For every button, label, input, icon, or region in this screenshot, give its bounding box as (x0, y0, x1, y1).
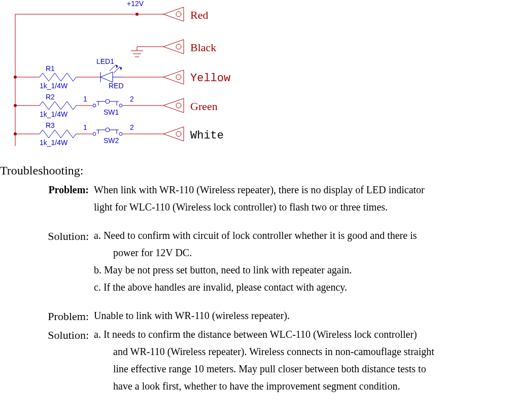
problem-label-2: Problem: (0, 307, 94, 325)
svg-point-18 (176, 103, 181, 108)
pad-yellow (163, 70, 184, 84)
pad-black (163, 40, 184, 54)
svg-point-20 (93, 132, 96, 135)
solution-1-a-1: a. Need to confirm with circuit of lock … (94, 227, 515, 243)
sw1-icon (93, 99, 122, 107)
problem-1-line-b: light for WLC-110 (Wireless lock control… (94, 199, 515, 215)
problem-body-1: When link with WR-110 (Wireless repeater… (94, 182, 515, 216)
sw1-pin1: 1 (83, 95, 87, 103)
solution-1-row: Solution: a. Need to confirm with circui… (0, 227, 515, 296)
ground-symbol (131, 51, 143, 57)
wire-label-red: Red (190, 9, 208, 21)
wire-black (137, 47, 163, 51)
solution-label-1: Solution: (0, 227, 94, 245)
svg-point-17 (106, 99, 110, 103)
led1-ref: LED1 (96, 57, 114, 65)
problem-1-line-a: When link with WR-110 (Wireless repeater… (94, 182, 515, 198)
voltage-label: +12V (127, 0, 144, 8)
svg-point-12 (93, 104, 96, 107)
problem-body-2: Unable to link with WR-110 (wireless rep… (94, 307, 515, 325)
r3-ref: R3 (46, 121, 55, 129)
svg-point-10 (176, 75, 181, 80)
branch-green: R2 1k_1/4W 1 SW1 2 (14, 93, 184, 118)
sw2-pin1: 1 (83, 123, 87, 131)
svg-point-13 (119, 104, 122, 107)
svg-point-21 (119, 132, 122, 135)
r2-val: 1k_1/4W (40, 110, 68, 118)
solution-1-c: c. If the above handles are invalid, ple… (94, 279, 515, 295)
led1-icon (100, 65, 122, 82)
pad-white (163, 127, 184, 141)
sw2-icon (93, 128, 122, 135)
sw2-ref: SW2 (104, 136, 119, 145)
svg-point-11 (14, 104, 17, 107)
branch-yellow: R1 1k_1/4W LED1 RED (14, 57, 184, 90)
r1-ref: R1 (46, 64, 55, 73)
led1-color: RED (109, 82, 124, 90)
solution-1-b: b. May be not press set button, need to … (94, 262, 515, 278)
svg-point-5 (14, 76, 17, 79)
svg-line-8 (110, 65, 116, 71)
problem-label-1: Problem: (0, 182, 94, 198)
pad-green (163, 98, 184, 113)
solution-2-a-2: and WR-110 (Wireless repeater). Wireless… (94, 343, 515, 360)
sw2-pin2: 2 (130, 123, 134, 131)
solution-2-row: Solution: a. It needs to confirm the dis… (0, 326, 515, 395)
problem-2-line: Unable to link with WR-110 (wireless rep… (94, 307, 515, 324)
section-heading: Troubleshooting: (0, 164, 515, 178)
branch-white: R3 1k_1/4W 1 SW2 2 (14, 121, 184, 147)
circuit-diagram: +12V Red Black R1 (5, 0, 515, 160)
svg-point-0 (176, 12, 181, 17)
svg-point-25 (106, 128, 110, 132)
r3-val: 1k_1/4W (40, 138, 68, 147)
svg-point-26 (176, 131, 181, 136)
solution-2-a-1: a. It needs to confirm the distance betw… (94, 326, 515, 342)
svg-point-4 (176, 44, 181, 49)
solution-2-a-3: line effective range 10 meters. May pull… (94, 361, 515, 377)
problem-1-row: Problem: When link with WR-110 (Wireless… (0, 182, 515, 216)
sw1-ref: SW1 (104, 108, 119, 116)
wire-label-yellow: Yellow (190, 72, 230, 85)
solution-body-1: a. Need to confirm with circuit of lock … (94, 227, 515, 296)
wire-label-black: Black (190, 41, 216, 54)
wire-label-green: Green (190, 100, 218, 113)
problem-2-row: Problem: Unable to link with WR-110 (wir… (0, 307, 515, 325)
schematic-svg: +12V Red Black R1 (5, 0, 244, 157)
svg-point-19 (14, 132, 17, 135)
wire-label-white: White (190, 129, 224, 142)
pad-red (163, 7, 184, 21)
r2-ref: R2 (46, 93, 55, 101)
solution-2-a-4: have a look first, whether to have the i… (94, 378, 515, 394)
sw1-pin2: 2 (130, 95, 134, 103)
r1-val: 1k_1/4W (40, 82, 68, 90)
solution-body-2: a. It needs to confirm the distance betw… (94, 326, 515, 395)
solution-label-2: Solution: (0, 326, 94, 344)
solution-1-a-2: power for 12V DC. (94, 244, 515, 261)
bus-left (15, 14, 137, 146)
